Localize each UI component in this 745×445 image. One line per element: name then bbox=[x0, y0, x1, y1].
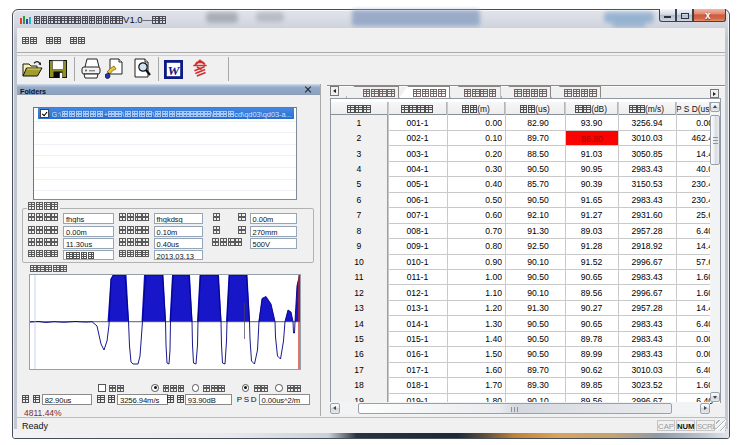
svg-text:W: W bbox=[168, 63, 181, 78]
